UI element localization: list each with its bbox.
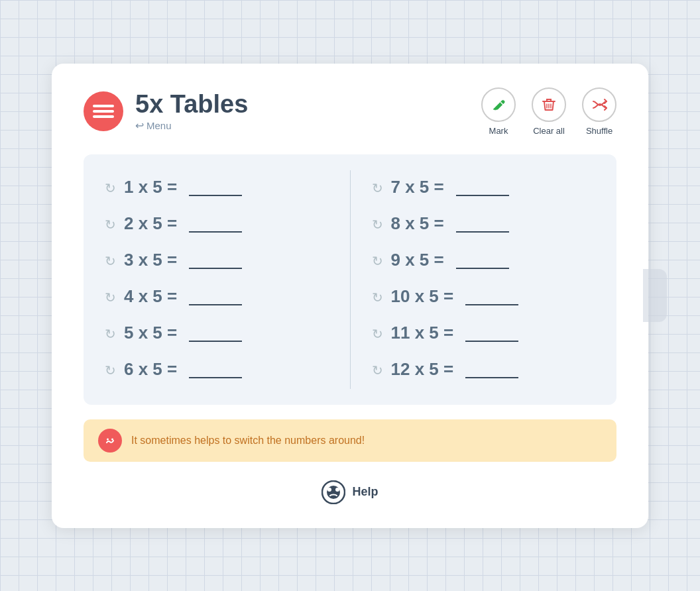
equation-row: ↻3 x 5 = (105, 243, 329, 280)
shuffle-action[interactable]: Shuffle (582, 87, 616, 136)
equation-text: 2 x 5 = (124, 213, 177, 234)
svg-rect-0 (93, 105, 114, 107)
equation-text: 8 x 5 = (391, 213, 444, 234)
left-column: ↻1 x 5 =↻2 x 5 =↻3 x 5 =↻4 x 5 =↻5 x 5 =… (105, 170, 329, 389)
refresh-icon[interactable]: ↻ (105, 364, 116, 377)
help-icon (321, 480, 345, 504)
refresh-icon[interactable]: ↻ (372, 218, 383, 231)
refresh-icon[interactable]: ↻ (105, 182, 116, 195)
svg-rect-1 (93, 110, 114, 113)
equation-text: 7 x 5 = (391, 177, 444, 197)
title-block: 5x Tables ↩ Menu (135, 91, 248, 133)
equation-text: 12 x 5 = (391, 359, 454, 380)
main-card: 5x Tables ↩ Menu Mark (52, 64, 648, 528)
equation-text: 10 x 5 = (391, 286, 454, 307)
mark-action[interactable]: Mark (481, 87, 516, 136)
header-left: 5x Tables ↩ Menu (84, 91, 248, 133)
menu-button[interactable] (84, 91, 123, 131)
equation-text: 1 x 5 = (124, 177, 177, 197)
svg-point-13 (327, 488, 331, 492)
answer-input[interactable] (189, 178, 242, 196)
answer-input[interactable] (189, 214, 242, 233)
equation-row: ↻5 x 5 = (105, 316, 329, 352)
tip-text: It sometimes helps to switch the numbers… (131, 435, 365, 447)
side-tab (643, 269, 667, 322)
refresh-icon[interactable]: ↻ (372, 327, 383, 341)
answer-input[interactable] (189, 287, 242, 305)
right-column: ↻7 x 5 =↻8 x 5 =↻9 x 5 =↻10 x 5 =↻11 x 5… (372, 170, 596, 389)
tip-banner: It sometimes helps to switch the numbers… (84, 419, 616, 462)
refresh-icon[interactable]: ↻ (372, 291, 383, 304)
answer-input[interactable] (465, 287, 518, 305)
refresh-icon[interactable]: ↻ (372, 364, 383, 377)
refresh-icon[interactable]: ↻ (105, 254, 116, 268)
answer-input[interactable] (456, 250, 509, 269)
equation-row: ↻8 x 5 = (372, 207, 596, 243)
mark-label: Mark (489, 126, 508, 136)
equation-row: ↻1 x 5 = (105, 170, 329, 207)
equation-text: 11 x 5 = (391, 323, 454, 343)
equation-text: 4 x 5 = (124, 286, 177, 307)
equation-row: ↻11 x 5 = (372, 316, 596, 352)
answer-input[interactable] (189, 323, 242, 342)
table-area: ↻1 x 5 =↻2 x 5 =↻3 x 5 =↻4 x 5 =↻5 x 5 =… (84, 154, 616, 405)
clear-icon-circle (532, 87, 566, 122)
equation-row: ↻4 x 5 = (105, 280, 329, 316)
refresh-icon[interactable]: ↻ (105, 327, 116, 341)
answer-input[interactable] (189, 360, 242, 378)
svg-point-12 (327, 486, 340, 499)
shuffle-icon-circle (582, 87, 616, 122)
help-label: Help (352, 485, 378, 499)
menu-curve-icon: ↩ (135, 119, 144, 132)
page-title: 5x Tables (135, 91, 248, 119)
equation-row: ↻9 x 5 = (372, 243, 596, 280)
clear-all-action[interactable]: Clear all (532, 87, 566, 136)
equation-row: ↻12 x 5 = (372, 352, 596, 389)
refresh-icon[interactable]: ↻ (372, 254, 383, 268)
mark-icon-circle (481, 87, 516, 122)
answer-input[interactable] (465, 360, 518, 378)
svg-point-8 (103, 434, 117, 447)
menu-label: ↩ Menu (135, 119, 248, 132)
equation-text: 6 x 5 = (124, 359, 177, 380)
svg-rect-2 (93, 115, 114, 118)
refresh-icon[interactable]: ↻ (372, 182, 383, 195)
svg-point-10 (111, 438, 113, 440)
equation-row: ↻2 x 5 = (105, 207, 329, 243)
refresh-icon[interactable]: ↻ (105, 291, 116, 304)
equation-text: 5 x 5 = (124, 323, 177, 343)
answer-input[interactable] (465, 323, 518, 342)
shuffle-label: Shuffle (586, 126, 612, 136)
equation-text: 3 x 5 = (124, 250, 177, 270)
header: 5x Tables ↩ Menu Mark (84, 87, 616, 136)
equation-text: 9 x 5 = (391, 250, 444, 270)
answer-input[interactable] (189, 250, 242, 269)
answer-input[interactable] (456, 214, 509, 233)
svg-point-14 (335, 488, 339, 492)
tip-icon (98, 429, 122, 453)
column-divider (350, 170, 351, 389)
refresh-icon[interactable]: ↻ (105, 218, 116, 231)
header-right: Mark Clear all (481, 87, 616, 136)
clear-label: Clear all (533, 126, 565, 136)
equation-row: ↻6 x 5 = (105, 352, 329, 389)
equation-row: ↻10 x 5 = (372, 280, 596, 316)
help-row: Help (84, 480, 616, 504)
svg-point-9 (107, 438, 109, 440)
equation-row: ↻7 x 5 = (372, 170, 596, 207)
answer-input[interactable] (456, 178, 509, 196)
